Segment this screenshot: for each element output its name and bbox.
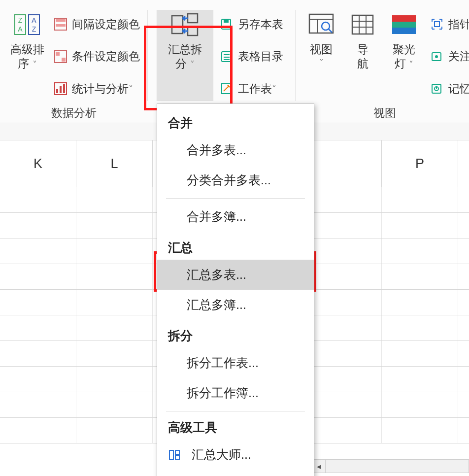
- svg-rect-40: [435, 22, 439, 27]
- follow-button[interactable]: 关注: [427, 44, 469, 69]
- save-copy-icon: [219, 17, 234, 32]
- nav-label-1: 导: [357, 42, 368, 57]
- svg-rect-17: [188, 14, 198, 23]
- col-header[interactable]: [305, 140, 382, 187]
- view-button[interactable]: 视图 ˅: [301, 10, 342, 101]
- follow-icon: [430, 49, 444, 64]
- col-header[interactable]: P: [382, 140, 458, 187]
- interval-color-button[interactable]: 间隔设定颜色: [50, 12, 143, 36]
- interval-color-icon: [53, 17, 68, 32]
- svg-text:Z: Z: [18, 16, 22, 24]
- svg-rect-7: [56, 19, 66, 22]
- menu-item-summarize-workbooks[interactable]: 汇总多簿...: [157, 290, 314, 320]
- col-header[interactable]: L: [76, 140, 153, 187]
- conditional-color-button[interactable]: 条件设定颜色: [50, 44, 143, 69]
- spotlight-button[interactable]: 聚光 灯 ˅: [383, 10, 425, 101]
- menu-item-merge-sheets-category[interactable]: 分类合并多表...: [157, 165, 314, 195]
- ribbon-group-summary: 汇总拆 分 ˅ 另存本表 表格目录: [148, 10, 296, 101]
- menu-item-summarize-sheets[interactable]: 汇总多表...: [157, 260, 314, 290]
- ribbon-group-data-analysis: Z A A Z 高级排 序 ˅: [0, 10, 148, 101]
- chevron-down-icon: ˅: [272, 84, 276, 95]
- stats-icon: [53, 81, 68, 96]
- svg-rect-16: [172, 16, 183, 34]
- svg-line-31: [329, 29, 332, 33]
- summary-split-button[interactable]: 汇总拆 分 ˅: [157, 10, 213, 101]
- conditional-color-label: 条件设定颜色: [72, 49, 140, 64]
- group-label-view: 视图: [301, 103, 469, 123]
- worksheet-button[interactable]: 工作表 ˅: [216, 76, 286, 101]
- col-header[interactable]: K: [0, 140, 76, 187]
- pointer-label: 指针: [448, 17, 469, 32]
- save-copy-label: 另存本表: [238, 17, 283, 32]
- table-toc-button[interactable]: 表格目录: [216, 44, 286, 69]
- ribbon-buttons: Z A A Z 高级排 序 ˅: [0, 0, 469, 103]
- svg-rect-14: [60, 86, 62, 93]
- view-icon: [306, 10, 336, 39]
- menu-section-merge: 合并: [157, 110, 314, 135]
- svg-rect-48: [175, 455, 179, 459]
- spotlight-label-2: 灯 ˅: [395, 57, 413, 71]
- table-toc-label: 表格目录: [238, 49, 283, 64]
- chevron-down-icon: ˅: [409, 60, 413, 69]
- memory-label: 记忆: [448, 81, 469, 97]
- svg-rect-38: [392, 22, 416, 28]
- spotlight-label-1: 聚光: [393, 42, 415, 57]
- ribbon-group-view: 视图 ˅ 导 航: [301, 10, 469, 101]
- advanced-sort-button[interactable]: Z A A Z 高级排 序 ˅: [4, 10, 50, 101]
- horizontal-scrollbar[interactable]: ◂: [311, 459, 469, 473]
- summary-master-icon: [168, 448, 181, 461]
- sort-icon: Z A A Z: [13, 10, 42, 39]
- advanced-sort-label-1: 高级排: [10, 42, 44, 57]
- memory-button[interactable]: 记忆: [427, 76, 469, 101]
- svg-rect-20: [224, 19, 229, 23]
- menu-section-split: 拆分: [157, 323, 314, 348]
- stats-analysis-button[interactable]: 统计与分析 ˅: [50, 76, 143, 101]
- toc-icon: [219, 49, 234, 64]
- menu-item-summary-master-label: 汇总大师...: [192, 446, 251, 463]
- menu-item-summary-master[interactable]: 汇总大师...: [157, 440, 314, 470]
- svg-rect-47: [175, 450, 179, 454]
- summary-split-label-2: 分 ˅: [175, 57, 194, 71]
- nav-button[interactable]: 导 航: [342, 10, 383, 101]
- follow-label: 关注: [448, 49, 469, 64]
- svg-rect-32: [352, 15, 373, 34]
- chevron-down-icon: ˅: [190, 60, 195, 69]
- nav-label-2: 航: [357, 57, 368, 71]
- menu-item-merge-workbooks[interactable]: 合并多簿...: [157, 202, 314, 232]
- pointer-icon: [430, 17, 444, 32]
- chevron-down-icon: ˅: [319, 58, 324, 69]
- split-merge-icon: [170, 10, 200, 39]
- spotlight-icon: [389, 10, 419, 39]
- conditional-color-icon: [53, 49, 68, 64]
- menu-section-advanced: 高级工具: [157, 414, 314, 440]
- menu-item-split-sheet[interactable]: 拆分工作表...: [157, 348, 314, 378]
- save-copy-button[interactable]: 另存本表: [216, 12, 286, 36]
- svg-text:A: A: [32, 16, 36, 24]
- worksheet-label: 工作表: [238, 81, 272, 97]
- svg-rect-46: [169, 450, 173, 459]
- svg-rect-8: [56, 24, 66, 27]
- svg-text:A: A: [18, 25, 23, 33]
- stats-analysis-label: 统计与分析: [72, 81, 129, 97]
- worksheet-icon: [219, 81, 234, 96]
- menu-separator: [166, 411, 305, 411]
- svg-rect-13: [56, 89, 58, 93]
- col-header[interactable]: Q: [458, 140, 469, 187]
- menu-item-merge-sheets[interactable]: 合并多表...: [157, 135, 314, 165]
- svg-point-42: [435, 55, 438, 58]
- memory-icon: [430, 81, 444, 96]
- nav-icon: [348, 10, 377, 39]
- svg-rect-39: [392, 28, 416, 34]
- interval-color-label: 间隔设定颜色: [72, 17, 140, 32]
- summary-split-menu: 合并 合并多表... 分类合并多表... 合并多簿... 汇总 汇总多表... …: [157, 103, 314, 476]
- svg-rect-18: [188, 27, 198, 35]
- menu-item-split-workbook[interactable]: 拆分工作簿...: [157, 378, 314, 408]
- group-label-data-analysis: 数据分析: [0, 103, 148, 123]
- pointer-button[interactable]: 指针: [427, 12, 469, 36]
- svg-point-30: [322, 22, 330, 30]
- svg-rect-37: [392, 15, 416, 22]
- menu-separator: [166, 198, 305, 199]
- svg-rect-10: [56, 52, 60, 56]
- chevron-down-icon: ˅: [129, 84, 133, 95]
- svg-rect-11: [62, 58, 66, 62]
